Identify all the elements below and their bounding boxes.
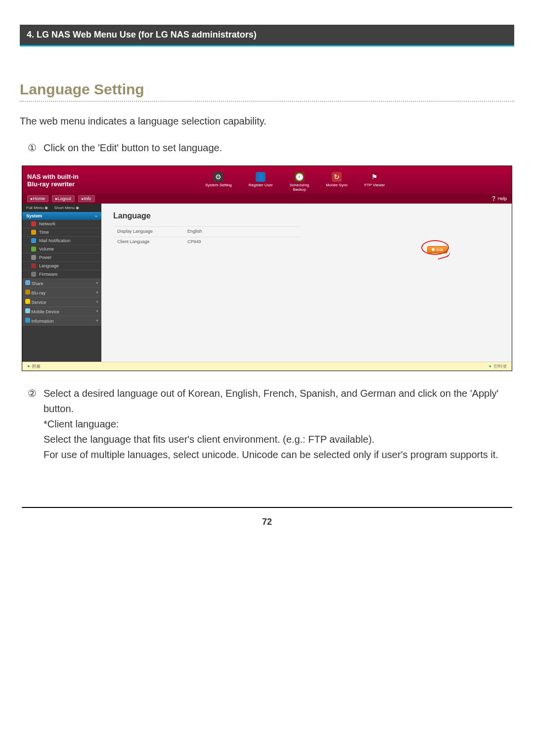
menu-toggle-row: Full Menu ◉ Short Menu ◉ bbox=[22, 204, 101, 212]
status-left: ●완료 bbox=[27, 363, 41, 370]
step-1-text: Click on the 'Edit' button to set langua… bbox=[44, 140, 514, 156]
sidebar-item-time[interactable]: Time bbox=[22, 228, 101, 237]
collapse-icon: – bbox=[95, 213, 97, 218]
sidebar-item-volume[interactable]: Volume bbox=[22, 245, 101, 253]
edit-button-callout: Edit bbox=[427, 244, 447, 253]
bluray-icon bbox=[25, 290, 30, 294]
sidebar: Full Menu ◉ Short Menu ◉ System – Networ… bbox=[22, 204, 101, 362]
nav-scheduling-backup[interactable]: 🕘 Scheduling Backup bbox=[290, 172, 310, 192]
gear-icon: ⚙ bbox=[214, 172, 223, 182]
intro-paragraph: The web menu indicates a language select… bbox=[20, 114, 514, 128]
mobile-icon bbox=[25, 308, 30, 313]
client-language-label: Client Language bbox=[114, 237, 183, 246]
firmware-icon bbox=[31, 272, 36, 277]
clock-icon bbox=[31, 230, 36, 235]
screenshot-subheader: ▸Home ▸Logout ▸Info ❔ Help bbox=[22, 194, 512, 204]
nav-label: FTP Viewer bbox=[364, 183, 385, 187]
panel-title: Language bbox=[113, 211, 500, 220]
done-icon: ● bbox=[27, 364, 30, 369]
footer-rule bbox=[22, 507, 512, 508]
sidebar-cat-information[interactable]: Information+ bbox=[22, 316, 101, 326]
home-button[interactable]: ▸Home bbox=[27, 195, 48, 202]
sidebar-group-system[interactable]: System – bbox=[22, 212, 101, 220]
user-icon: 👤 bbox=[256, 172, 266, 182]
step-2-marker: ② bbox=[28, 386, 37, 462]
embedded-screenshot: NAS with built-in Blu-ray rewriter ⚙ Sys… bbox=[22, 166, 512, 371]
full-menu-radio[interactable]: Full Menu ◉ bbox=[26, 206, 48, 210]
expand-icon: + bbox=[96, 281, 98, 286]
status-right: ●인터넷 bbox=[489, 363, 507, 370]
nav-label: Mobile Sync bbox=[326, 183, 348, 187]
logo-line2: Blu-ray rewriter bbox=[27, 180, 75, 188]
help-link[interactable]: ❔ Help bbox=[491, 196, 507, 201]
group-label: System bbox=[26, 213, 42, 218]
nav-system-setting[interactable]: ⚙ System Setting bbox=[205, 172, 232, 192]
content-panel: Language Display Language English Client… bbox=[101, 204, 512, 362]
short-menu-radio[interactable]: Short Menu ◉ bbox=[54, 206, 80, 210]
network-icon bbox=[31, 221, 36, 226]
language-icon bbox=[31, 263, 36, 268]
step-2: ② Select a desired language out of Korea… bbox=[28, 386, 514, 462]
help-icon: ❔ bbox=[491, 196, 496, 201]
product-logo: NAS with built-in Blu-ray rewriter bbox=[27, 173, 79, 188]
info-button[interactable]: ▸Info bbox=[78, 195, 95, 202]
nav-register-user[interactable]: 👤 Register User bbox=[249, 172, 273, 192]
display-language-value: English bbox=[184, 226, 300, 236]
expand-icon: + bbox=[96, 318, 98, 323]
section-title: Language Setting bbox=[20, 81, 514, 102]
expand-icon: + bbox=[96, 309, 98, 314]
clock-icon: 🕘 bbox=[295, 172, 305, 182]
client-language-value: CP949 bbox=[184, 237, 300, 246]
status-bar: ●완료 ●인터넷 bbox=[22, 362, 512, 371]
top-nav: ⚙ System Setting 👤 Register User 🕘 Sched… bbox=[205, 172, 385, 192]
sidebar-cat-bluray[interactable]: Blu-ray+ bbox=[22, 288, 101, 297]
expand-icon: + bbox=[96, 299, 98, 304]
logo-line1: NAS with built-in bbox=[27, 173, 79, 180]
service-icon bbox=[25, 299, 30, 304]
sidebar-cat-share[interactable]: Share+ bbox=[22, 279, 101, 288]
volume-icon bbox=[31, 247, 36, 252]
sidebar-cat-mobile[interactable]: Mobile Device+ bbox=[22, 307, 101, 316]
row-client-language: Client Language CP949 bbox=[114, 237, 300, 246]
sync-icon: ↻ bbox=[332, 172, 342, 182]
sidebar-item-power[interactable]: Power bbox=[22, 253, 101, 262]
sidebar-item-firmware[interactable]: Firmware bbox=[22, 270, 101, 279]
bullet-icon bbox=[432, 248, 435, 251]
nav-label: Scheduling Backup bbox=[290, 183, 310, 192]
sidebar-cat-service[interactable]: Service+ bbox=[22, 297, 101, 307]
display-language-label: Display Language bbox=[114, 226, 183, 236]
share-icon bbox=[25, 280, 30, 285]
nav-label: Register User bbox=[249, 183, 273, 187]
power-icon bbox=[31, 255, 36, 260]
page-number: 72 bbox=[20, 517, 514, 527]
internet-icon: ● bbox=[489, 364, 491, 369]
info-icon bbox=[25, 318, 30, 323]
edit-button-label: Edit bbox=[436, 248, 443, 252]
screenshot-header: NAS with built-in Blu-ray rewriter ⚙ Sys… bbox=[22, 166, 512, 194]
nav-ftp-viewer[interactable]: ⚑ FTP Viewer bbox=[364, 172, 385, 192]
sidebar-item-language[interactable]: Language bbox=[22, 262, 101, 270]
sidebar-item-mail[interactable]: Mail Notification bbox=[22, 237, 101, 245]
flag-icon: ⚑ bbox=[370, 172, 380, 182]
step-1: ① Click on the 'Edit' button to set lang… bbox=[28, 140, 514, 156]
chapter-bar: 4. LG NAS Web Menu Use (for LG NAS admin… bbox=[20, 25, 514, 46]
logout-button[interactable]: ▸Logout bbox=[52, 195, 75, 202]
language-table: Display Language English Client Language… bbox=[113, 225, 301, 247]
step-1-marker: ① bbox=[28, 140, 37, 156]
sidebar-item-network[interactable]: Network bbox=[22, 220, 101, 228]
row-display-language: Display Language English bbox=[114, 226, 300, 236]
help-label: Help bbox=[497, 196, 507, 201]
nav-mobile-sync[interactable]: ↻ Mobile Sync bbox=[326, 172, 348, 192]
expand-icon: + bbox=[96, 290, 98, 295]
step-2-text: Select a desired language out of Korean,… bbox=[44, 386, 514, 462]
mail-icon bbox=[31, 238, 36, 243]
nav-label: System Setting bbox=[205, 183, 232, 187]
